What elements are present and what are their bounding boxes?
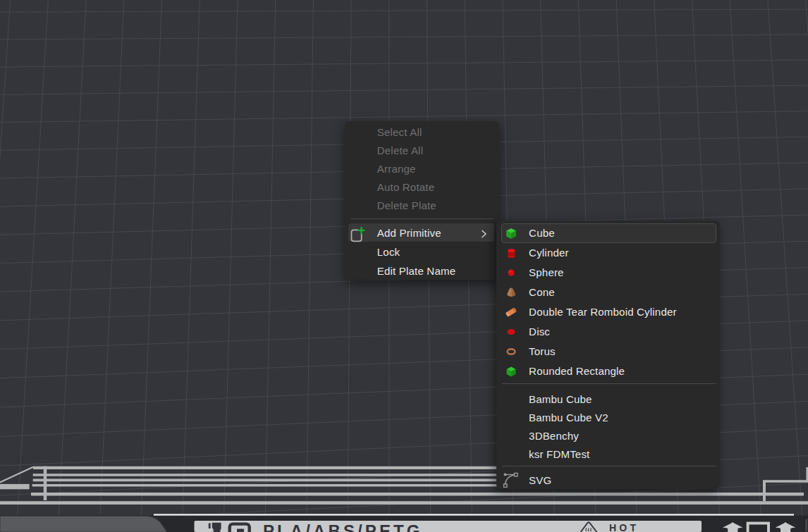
svg-text:HOT: HOT [609, 522, 639, 532]
svg-text:PLA/ABS/PETG: PLA/ABS/PETG [263, 521, 423, 532]
